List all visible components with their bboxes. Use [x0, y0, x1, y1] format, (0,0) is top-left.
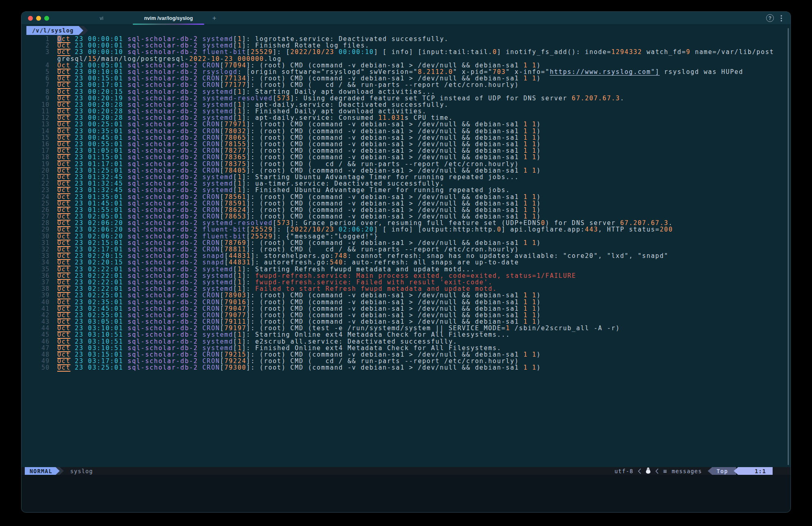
log-line[interactable]: 16Oct 23 00:55:01 sql-scholar-db-2 CRON[… [22, 141, 790, 147]
log-line[interactable]: 45Oct 23 03:10:51 sql-scholar-db-2 syste… [22, 331, 790, 338]
titlebar: vi nvim /var/log/syslog + ? [22, 12, 790, 25]
log-line[interactable]: gresql/15/main/log/postgresql-2022-10-23… [22, 56, 790, 62]
log-line[interactable]: 50Oct 23 03:25:01 sql-scholar-db-2 CRON[… [22, 364, 790, 371]
log-line[interactable]: 20Oct 23 01:25:01 sql-scholar-db-2 CRON[… [22, 167, 790, 174]
log-line-number: 23 [22, 187, 57, 193]
log-line[interactable]: 40Oct 23 02:35:01 sql-scholar-db-2 CRON[… [22, 299, 790, 305]
log-line-number: 44 [22, 325, 57, 331]
log-line-text: Oct 23 00:45:01 sql-scholar-db-2 CRON[78… [57, 134, 541, 141]
log-line[interactable]: 47Oct 23 03:10:51 sql-scholar-db-2 syste… [22, 345, 790, 351]
terminal-tab-nvim-syslog[interactable]: nvim /var/log/syslog [132, 12, 205, 25]
log-line[interactable]: 49Oct 23 03:17:01 sql-scholar-db-2 CRON[… [22, 358, 790, 364]
log-line[interactable]: 17Oct 23 01:05:01 sql-scholar-db-2 CRON[… [22, 147, 790, 154]
log-line-text: Oct 23 02:22:01 sql-scholar-db-2 systemd… [57, 286, 497, 292]
log-line[interactable]: 36Oct 23 02:22:01 sql-scholar-db-2 syste… [22, 273, 790, 279]
log-line[interactable]: 27Oct 23 02:05:01 sql-scholar-db-2 CRON[… [22, 213, 790, 220]
log-line-number: 2 [22, 42, 57, 49]
log-line[interactable]: 31Oct 23 02:15:01 sql-scholar-db-2 CRON[… [22, 240, 790, 246]
terminal-tab-vi[interactable]: vi [71, 12, 132, 25]
log-line[interactable]: 8Oct 23 00:20:15 sql-scholar-db-2 system… [22, 89, 790, 95]
log-line[interactable]: 13Oct 23 00:25:01 sql-scholar-db-2 CRON[… [22, 121, 790, 128]
log-line[interactable]: 37Oct 23 02:22:01 sql-scholar-db-2 syste… [22, 279, 790, 286]
log-line-text: Oct 23 03:10:51 sql-scholar-db-2 systemd… [57, 338, 458, 345]
log-line-number: 49 [22, 358, 57, 364]
log-line-number: 36 [22, 273, 57, 279]
log-line[interactable]: 39Oct 23 02:25:01 sql-scholar-db-2 CRON[… [22, 292, 790, 299]
log-line-number: 16 [22, 141, 57, 147]
log-line-number: 45 [22, 331, 57, 338]
log-line[interactable]: 24Oct 23 01:35:01 sql-scholar-db-2 CRON[… [22, 194, 790, 200]
log-line-number: 28 [22, 220, 57, 226]
log-line-number: 50 [22, 364, 57, 371]
log-line-text: Oct 23 00:25:01 sql-scholar-db-2 CRON[77… [57, 121, 541, 128]
log-line[interactable]: 19Oct 23 01:17:01 sql-scholar-db-2 CRON[… [22, 161, 790, 167]
log-line-text: Oct 23 03:17:01 sql-scholar-db-2 CRON[79… [57, 358, 519, 364]
log-line[interactable]: 10Oct 23 00:20:28 sql-scholar-db-2 syste… [22, 102, 790, 108]
log-line-number: 29 [22, 226, 57, 233]
log-line-text: Oct 23 01:32:45 sql-scholar-db-2 systemd… [57, 187, 510, 193]
log-line[interactable]: 18Oct 23 01:15:01 sql-scholar-db-2 CRON[… [22, 154, 790, 160]
log-line[interactable]: 28Oct 23 02:06:20 sql-scholar-db-2 syste… [22, 220, 790, 226]
log-line-text: Oct 23 00:00:10 sql-scholar-db-2 fluent-… [57, 49, 774, 55]
log-line[interactable]: 43Oct 23 03:05:01 sql-scholar-db-2 CRON[… [22, 318, 790, 325]
log-line[interactable]: 6Oct 23 00:15:01 sql-scholar-db-2 CRON[7… [22, 75, 790, 82]
log-line[interactable]: 22Oct 23 01:32:45 sql-scholar-db-2 syste… [22, 180, 790, 187]
command-line-area[interactable] [22, 475, 790, 512]
log-line-text: Oct 23 01:35:01 sql-scholar-db-2 CRON[78… [57, 194, 541, 200]
log-line-number: 35 [22, 266, 57, 273]
traffic-lights [22, 16, 56, 21]
log-line[interactable]: 1Oct 23 00:00:01 sql-scholar-db-2 system… [22, 36, 790, 42]
log-line[interactable]: 38Oct 23 02:22:01 sql-scholar-db-2 syste… [22, 286, 790, 292]
log-line[interactable]: 4Oct 23 00:05:01 sql-scholar-db-2 CRON[7… [22, 62, 790, 69]
log-line-number: 48 [22, 351, 57, 358]
log-line[interactable]: 11Oct 23 00:20:28 sql-scholar-db-2 syste… [22, 108, 790, 115]
log-line[interactable]: 32Oct 23 02:17:01 sql-scholar-db-2 CRON[… [22, 246, 790, 253]
log-line-text: Oct 23 00:20:15 sql-scholar-db-2 systemd… [57, 89, 436, 95]
statusline: NORMAL syslog utf-8 ≡ messages Top 1:1 [22, 467, 790, 475]
log-line-text: Oct 23 01:05:01 sql-scholar-db-2 CRON[78… [57, 147, 541, 154]
log-line-number: 39 [22, 292, 57, 299]
log-line[interactable]: 44Oct 23 03:10:01 sql-scholar-db-2 CRON[… [22, 325, 790, 331]
log-line[interactable]: 29Oct 23 02:06:20 sql-scholar-db-2 fluen… [22, 226, 790, 233]
buffer-tab-syslog[interactable]: /v/l/syslog [26, 26, 83, 35]
log-line[interactable]: 15Oct 23 00:45:01 sql-scholar-db-2 CRON[… [22, 134, 790, 141]
log-line-text: Oct 23 00:20:28 sql-scholar-db-2 systemd… [57, 102, 449, 108]
log-line[interactable]: 48Oct 23 03:15:01 sql-scholar-db-2 CRON[… [22, 351, 790, 358]
log-line[interactable]: 34Oct 23 02:20:15 sql-scholar-db-2 snapd… [22, 259, 790, 266]
log-line[interactable]: 35Oct 23 02:22:01 sql-scholar-db-2 syste… [22, 266, 790, 273]
minimize-button[interactable] [36, 16, 41, 21]
log-line[interactable]: 14Oct 23 00:35:01 sql-scholar-db-2 CRON[… [22, 128, 790, 134]
log-line-number: 42 [22, 312, 57, 318]
new-tab-button[interactable]: + [212, 14, 216, 22]
log-line[interactable]: 33Oct 23 02:20:15 sql-scholar-db-2 snapd… [22, 253, 790, 259]
log-line-number: 24 [22, 194, 57, 200]
zoom-button[interactable] [44, 16, 49, 21]
log-line-text: Oct 23 02:22:01 sql-scholar-db-2 systemd… [57, 273, 576, 279]
close-button[interactable] [28, 16, 33, 21]
log-line-text: Oct 23 00:10:01 sql-scholar-db-2 rsyslog… [57, 69, 743, 75]
log-line-text: Oct 23 02:17:01 sql-scholar-db-2 CRON[78… [57, 246, 519, 253]
log-line[interactable]: 46Oct 23 03:10:51 sql-scholar-db-2 syste… [22, 338, 790, 345]
log-line[interactable]: 30Oct 23 02:06:20 sql-scholar-db-2 fluen… [22, 233, 790, 240]
log-line[interactable]: 9Oct 23 00:20:19 sql-scholar-db-2 system… [22, 95, 790, 102]
log-line[interactable]: 7Oct 23 00:17:01 sql-scholar-db-2 CRON[7… [22, 82, 790, 88]
log-line-number: 22 [22, 180, 57, 187]
buffer-tabline: /v/l/syslog [22, 25, 790, 36]
menu-dots-icon[interactable] [780, 15, 782, 22]
log-line[interactable]: 3Oct 23 00:00:10 sql-scholar-db-2 fluent… [22, 49, 790, 55]
log-line[interactable]: 25Oct 23 01:45:01 sql-scholar-db-2 CRON[… [22, 200, 790, 207]
log-line[interactable]: 12Oct 23 00:20:28 sql-scholar-db-2 syste… [22, 115, 790, 121]
log-line[interactable]: 41Oct 23 02:45:01 sql-scholar-db-2 CRON[… [22, 305, 790, 312]
log-line-number: 37 [22, 279, 57, 286]
log-line[interactable]: 5Oct 23 00:10:01 sql-scholar-db-2 rsyslo… [22, 69, 790, 75]
help-icon[interactable]: ? [766, 14, 774, 22]
log-line-text: Oct 23 02:20:15 sql-scholar-db-2 snapd[4… [57, 253, 669, 259]
log-line[interactable]: 2Oct 23 00:00:01 sql-scholar-db-2 system… [22, 42, 790, 49]
log-line-text: Oct 23 00:20:28 sql-scholar-db-2 systemd… [57, 115, 453, 121]
log-line[interactable]: 42Oct 23 02:55:01 sql-scholar-db-2 CRON[… [22, 312, 790, 318]
scrollbar[interactable] [788, 28, 789, 465]
log-line[interactable]: 21Oct 23 01:32:45 sql-scholar-db-2 syste… [22, 174, 790, 180]
mode-indicator: NORMAL [25, 467, 60, 475]
log-line[interactable]: 26Oct 23 01:55:01 sql-scholar-db-2 CRON[… [22, 207, 790, 213]
log-line[interactable]: 23Oct 23 01:32:45 sql-scholar-db-2 syste… [22, 187, 790, 193]
